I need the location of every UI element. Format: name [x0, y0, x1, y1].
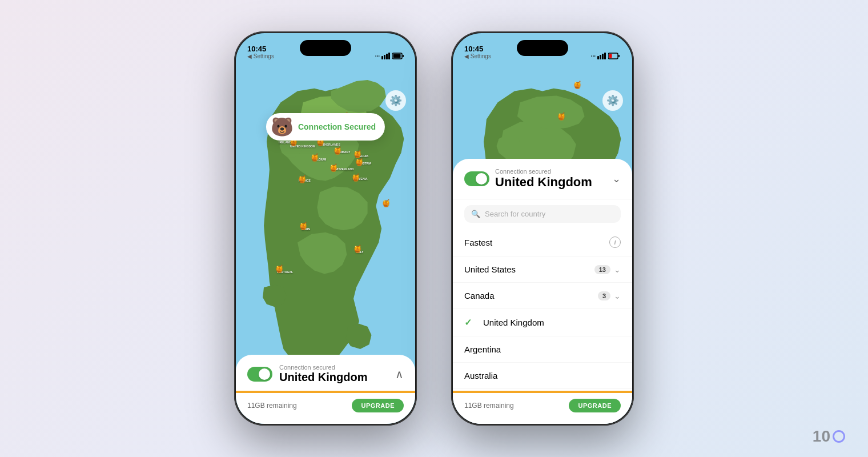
- status-icons-2: ···: [591, 53, 621, 59]
- chevron-down-icon-2[interactable]: ⌄: [612, 173, 621, 185]
- panel-toggle-left[interactable]: Connection secured United Kingdom: [464, 168, 592, 190]
- status-left-2: 10:45 ◀ Settings: [464, 45, 491, 59]
- svg-rect-10: [602, 54, 604, 59]
- bear-emoji-1: 🐻: [271, 118, 294, 136]
- svg-rect-5: [393, 54, 401, 58]
- search-bar[interactable]: 🔍 Search for country: [464, 205, 621, 223]
- connection-info-1: Connection secured United Kingdom: [279, 364, 367, 384]
- status-right-2: ···: [591, 53, 621, 59]
- dynamic-island-1: [300, 40, 351, 56]
- logo-text: 10: [813, 427, 830, 446]
- phones-container: 10:45 ◀ Settings ···: [234, 31, 634, 426]
- country-name-uk: United Kingdom: [483, 318, 544, 327]
- country-name-fastest: Fastest: [464, 238, 492, 247]
- toggle-connection-1[interactable]: Connection secured United Kingdom: [247, 364, 367, 384]
- svg-rect-13: [609, 54, 612, 58]
- svg-rect-2: [386, 54, 388, 59]
- country-name-argentina: Argentina: [464, 344, 501, 354]
- country-name-us: United States: [464, 264, 516, 274]
- search-icon: 🔍: [471, 210, 480, 218]
- pin-right1: 🍯: [381, 199, 391, 207]
- country-item-fastest[interactable]: Fastest i: [453, 228, 632, 256]
- svg-rect-3: [388, 53, 390, 59]
- phone-1: 10:45 ◀ Settings ···: [234, 31, 417, 426]
- search-input[interactable]: Search for country: [485, 210, 545, 218]
- svg-rect-1: [384, 55, 385, 59]
- svg-rect-6: [403, 55, 404, 57]
- country-item-right-fastest: i: [609, 236, 621, 248]
- panel-conn-country: United Kingdom: [495, 175, 592, 190]
- phone-inner-1: 10:45 ◀ Settings ···: [236, 33, 415, 424]
- chevron-right-icon-canada[interactable]: ⌄: [614, 291, 621, 300]
- pin-germany: 🍯: [333, 146, 342, 155]
- conn-label-1: Connection secured: [279, 364, 367, 371]
- status-time-2: 10:45: [464, 45, 483, 53]
- remaining-text-1: 11GB remaining: [247, 402, 297, 410]
- chevron-right-icon-us[interactable]: ⌄: [614, 265, 621, 274]
- connection-text-1: Connection Secured: [298, 122, 376, 131]
- panel-conn-label: Connection secured: [495, 168, 592, 175]
- status-back-2[interactable]: ◀ Settings: [464, 53, 491, 59]
- connection-pill-1: 🐻 Connection Secured: [266, 113, 385, 141]
- info-icon-fastest[interactable]: i: [609, 236, 621, 248]
- svg-rect-9: [600, 55, 601, 59]
- toggle-switch-2[interactable]: [464, 171, 489, 186]
- gear-icon-1: ⚙️: [389, 94, 402, 107]
- checkmark-uk: ✓: [464, 317, 472, 328]
- country-item-left-argentina: Argentina: [464, 344, 501, 354]
- country-item-uk[interactable]: ✓ United Kingdom: [453, 309, 632, 336]
- remaining-text-2: 11GB remaining: [464, 402, 514, 410]
- pin-belgium: 🍯: [310, 153, 319, 162]
- toggle-switch-1[interactable]: [247, 367, 272, 382]
- pin-austria: 🍯: [355, 158, 364, 166]
- svg-rect-8: [597, 56, 599, 59]
- country-item-left-fastest: Fastest: [464, 238, 492, 247]
- pin-norway-2: 🍯: [557, 112, 566, 121]
- phone-2: 10:45 ◀ Settings ···: [451, 31, 634, 426]
- brand-logo: 10: [813, 427, 845, 446]
- status-left-1: 10:45 ◀ Settings: [247, 45, 274, 59]
- pin-north-2: 🍯: [573, 81, 582, 89]
- panel-header: Connection secured United Kingdom ⌄: [453, 159, 632, 199]
- country-name-australia: Australia: [464, 371, 497, 380]
- conn-country-1: United Kingdom: [279, 371, 367, 384]
- country-name-canada: Canada: [464, 291, 495, 300]
- panel-connection-info: Connection secured United Kingdom: [495, 168, 592, 190]
- upgrade-button-1[interactable]: UPGRADE: [352, 399, 404, 412]
- status-back-1[interactable]: ◀ Settings: [247, 53, 274, 59]
- upgrade-bar-2: 11GB remaining UPGRADE: [453, 393, 632, 424]
- gear-button-1[interactable]: ⚙️: [385, 90, 406, 111]
- pin-france: 🍯: [298, 175, 307, 183]
- country-item-us[interactable]: United States 13 ⌄: [453, 256, 632, 283]
- pin-switzerland: 🍯: [329, 163, 338, 172]
- country-item-left-australia: Australia: [464, 371, 497, 380]
- country-item-left-us: United States: [464, 264, 516, 274]
- country-item-left-uk: ✓ United Kingdom: [464, 317, 544, 328]
- pin-portugal: 🍯: [275, 264, 284, 273]
- panel-header-row: Connection secured United Kingdom ⌄: [464, 168, 621, 190]
- pin-slovenia: 🍯: [351, 173, 360, 182]
- gear-button-2[interactable]: ⚙️: [602, 90, 623, 111]
- pin-spain: 🍯: [299, 222, 308, 230]
- gear-icon-2: ⚙️: [606, 94, 619, 107]
- country-item-right-canada: 3 ⌄: [598, 291, 621, 300]
- country-list-panel: Connection secured United Kingdom ⌄ 🔍 Se…: [453, 159, 632, 424]
- country-item-argentina[interactable]: Argentina: [453, 336, 632, 363]
- pin-czechia: 🍯: [353, 150, 362, 158]
- chevron-up-icon-1[interactable]: ∧: [395, 367, 404, 381]
- country-item-australia[interactable]: Australia: [453, 363, 632, 389]
- phone-inner-2: 10:45 ◀ Settings ···: [453, 33, 632, 424]
- server-count-canada: 3: [598, 291, 610, 300]
- svg-rect-11: [604, 53, 606, 59]
- country-item-right-us: 13 ⌄: [594, 265, 621, 274]
- status-icons-1: ···: [375, 53, 404, 59]
- server-count-us: 13: [594, 265, 610, 274]
- bottom-panel-header-1: Connection secured United Kingdom ∧: [247, 364, 404, 384]
- pin-italy: 🍯: [353, 244, 362, 253]
- upgrade-button-2[interactable]: UPGRADE: [569, 399, 621, 412]
- logo-circle: [833, 430, 845, 443]
- svg-rect-14: [618, 55, 620, 57]
- status-time-1: 10:45: [247, 45, 266, 53]
- country-item-canada[interactable]: Canada 3 ⌄: [453, 283, 632, 309]
- country-item-left-canada: Canada: [464, 291, 495, 300]
